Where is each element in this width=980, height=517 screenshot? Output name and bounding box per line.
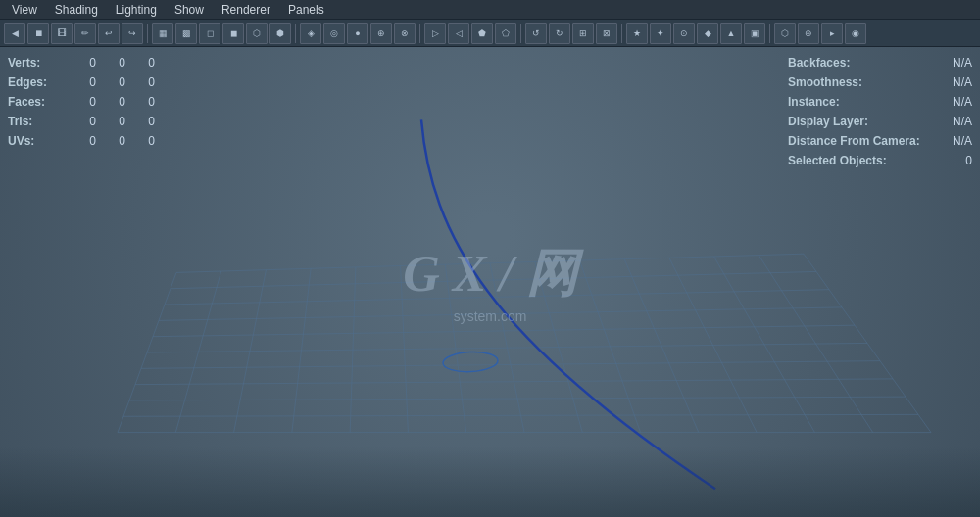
stat-val-faces-2: 0 xyxy=(96,92,125,112)
toolbar-btn-25[interactable]: ⊠ xyxy=(596,23,617,44)
toolbar-btn-17[interactable]: ⊗ xyxy=(394,23,416,44)
stat-val-edges-2: 0 xyxy=(96,72,125,92)
toolbar-btn-33[interactable]: ⊕ xyxy=(798,23,819,44)
toolbar-btn-15[interactable]: ● xyxy=(347,23,368,44)
menu-panels[interactable]: Panels xyxy=(280,1,332,19)
stats-left: Verts: 0 0 0 Edges: 0 0 0 Faces: 0 0 0 T… xyxy=(8,53,155,151)
stat-val-smoothness: N/A xyxy=(943,72,972,92)
toolbar-btn-30[interactable]: ▲ xyxy=(720,23,742,44)
menu-lighting[interactable]: Lighting xyxy=(108,1,165,19)
stat-label-tris: Tris: xyxy=(8,112,67,131)
stat-val-uvs-3: 0 xyxy=(125,131,155,151)
toolbar-btn-28[interactable]: ⊙ xyxy=(673,23,695,44)
toolbar-sep-2 xyxy=(295,24,296,43)
toolbar-sep-1 xyxy=(147,24,148,43)
stat-val-backfaces: N/A xyxy=(943,53,972,72)
toolbar-btn-6[interactable]: ↪ xyxy=(122,23,143,44)
stat-val-faces-1: 0 xyxy=(67,92,96,112)
stat-label-distance: Distance From Camera: xyxy=(788,131,935,151)
toolbar-btn-5[interactable]: ↩ xyxy=(98,23,120,44)
stat-val-uvs-1: 0 xyxy=(67,131,96,151)
toolbar-sep-6 xyxy=(769,24,770,43)
stat-val-edges-3: 0 xyxy=(125,72,155,92)
stat-label-selected: Selected Objects: xyxy=(788,151,935,170)
toolbar: ◀ ⏹ 🎞 ✏ ↩ ↪ ▦ ▩ ◻ ◼ ⬡ ⬢ ◈ ◎ ● ⊕ ⊗ ▷ ◁ ⬟ … xyxy=(0,20,980,47)
toolbar-btn-20[interactable]: ⬟ xyxy=(471,23,493,44)
viewport[interactable]: Verts: 0 0 0 Edges: 0 0 0 Faces: 0 0 0 T… xyxy=(0,47,980,517)
toolbar-sep-5 xyxy=(621,24,622,43)
toolbar-btn-34[interactable]: ▸ xyxy=(821,23,843,44)
stats-right: Backfaces: N/A Smoothness: N/A Instance:… xyxy=(788,53,972,170)
stat-row-display-layer: Display Layer: N/A xyxy=(788,112,972,131)
toolbar-btn-11[interactable]: ⬡ xyxy=(246,23,268,44)
toolbar-btn-4[interactable]: ✏ xyxy=(74,23,96,44)
toolbar-btn-31[interactable]: ▣ xyxy=(744,23,765,44)
menu-show[interactable]: Show xyxy=(167,1,212,19)
toolbar-btn-14[interactable]: ◎ xyxy=(323,23,345,44)
menu-view[interactable]: View xyxy=(4,1,45,19)
stat-row-smoothness: Smoothness: N/A xyxy=(788,72,972,92)
toolbar-btn-27[interactable]: ✦ xyxy=(650,23,671,44)
stat-label-uvs: UVs: xyxy=(8,131,67,151)
stat-row-tris: Tris: 0 0 0 xyxy=(8,112,155,131)
toolbar-btn-21[interactable]: ⬠ xyxy=(495,23,516,44)
stat-val-selected: 0 xyxy=(943,151,972,170)
menu-renderer[interactable]: Renderer xyxy=(214,1,278,19)
stat-val-verts-3: 0 xyxy=(125,53,155,72)
stat-row-instance: Instance: N/A xyxy=(788,92,972,112)
toolbar-btn-29[interactable]: ◆ xyxy=(697,23,718,44)
toolbar-btn-13[interactable]: ◈ xyxy=(300,23,321,44)
stat-label-backfaces: Backfaces: xyxy=(788,53,935,72)
toolbar-btn-32[interactable]: ⬡ xyxy=(774,23,796,44)
toolbar-btn-7[interactable]: ▦ xyxy=(152,23,173,44)
stat-row-edges: Edges: 0 0 0 xyxy=(8,72,155,92)
stat-val-tris-1: 0 xyxy=(67,112,96,131)
stat-row-backfaces: Backfaces: N/A xyxy=(788,53,972,72)
stat-val-instance: N/A xyxy=(943,92,972,112)
stat-row-selected: Selected Objects: 0 xyxy=(788,151,972,170)
toolbar-btn-16[interactable]: ⊕ xyxy=(370,23,392,44)
toolbar-btn-2[interactable]: ⏹ xyxy=(27,23,49,44)
toolbar-btn-9[interactable]: ◻ xyxy=(199,23,220,44)
stat-row-distance: Distance From Camera: N/A xyxy=(788,131,972,151)
stat-val-display-layer: N/A xyxy=(943,112,972,131)
toolbar-sep-4 xyxy=(520,24,521,43)
stat-label-edges: Edges: xyxy=(8,72,67,92)
stat-val-tris-2: 0 xyxy=(96,112,125,131)
stat-val-tris-3: 0 xyxy=(125,112,155,131)
toolbar-btn-8[interactable]: ▩ xyxy=(175,23,197,44)
stat-label-display-layer: Display Layer: xyxy=(788,112,935,131)
toolbar-btn-26[interactable]: ★ xyxy=(626,23,648,44)
toolbar-btn-23[interactable]: ↻ xyxy=(549,23,570,44)
toolbar-btn-18[interactable]: ▷ xyxy=(424,23,446,44)
menu-shading[interactable]: Shading xyxy=(47,1,106,19)
stat-label-faces: Faces: xyxy=(8,92,67,112)
toolbar-btn-3[interactable]: 🎞 xyxy=(51,23,73,44)
stat-val-edges-1: 0 xyxy=(67,72,96,92)
toolbar-btn-1[interactable]: ◀ xyxy=(4,23,25,44)
stat-val-verts-1: 0 xyxy=(67,53,96,72)
toolbar-btn-22[interactable]: ↺ xyxy=(525,23,547,44)
toolbar-btn-35[interactable]: ◉ xyxy=(845,23,866,44)
toolbar-btn-12[interactable]: ⬢ xyxy=(270,23,291,44)
stat-val-verts-2: 0 xyxy=(96,53,125,72)
toolbar-btn-10[interactable]: ◼ xyxy=(222,23,244,44)
toolbar-btn-24[interactable]: ⊞ xyxy=(572,23,594,44)
stat-label-smoothness: Smoothness: xyxy=(788,72,935,92)
stat-label-instance: Instance: xyxy=(788,92,935,112)
stat-row-uvs: UVs: 0 0 0 xyxy=(8,131,155,151)
stat-label-verts: Verts: xyxy=(8,53,67,72)
stat-row-faces: Faces: 0 0 0 xyxy=(8,92,155,112)
stat-val-uvs-2: 0 xyxy=(96,131,125,151)
stat-row-verts: Verts: 0 0 0 xyxy=(8,53,155,72)
toolbar-sep-3 xyxy=(419,24,420,43)
menu-bar: View Shading Lighting Show Renderer Pane… xyxy=(0,0,980,20)
stat-val-faces-3: 0 xyxy=(125,92,155,112)
stat-val-distance: N/A xyxy=(943,131,972,151)
toolbar-btn-19[interactable]: ◁ xyxy=(448,23,469,44)
